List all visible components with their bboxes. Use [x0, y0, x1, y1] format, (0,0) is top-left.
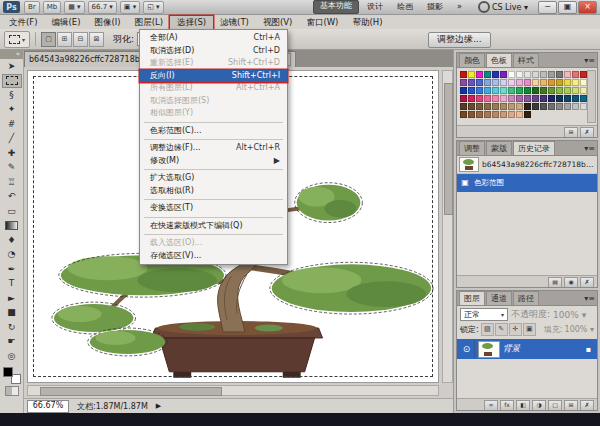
swatch-56[interactable] — [524, 95, 531, 102]
zoom-tool[interactable]: ◎ — [2, 349, 22, 364]
swatch-12[interactable] — [556, 71, 563, 78]
history-state-row[interactable]: ▣ 色彩范围 — [457, 174, 597, 192]
zoom-level-select[interactable]: 66.7 ▾ — [88, 1, 117, 14]
swatch-3[interactable] — [484, 71, 491, 78]
new-selection-button[interactable]: ▢ — [41, 32, 56, 47]
view-extras-icon[interactable]: ▦ ▾ — [64, 1, 84, 14]
screen-mode-icon[interactable]: ◱ ▾ — [143, 1, 163, 14]
swatch-48[interactable] — [460, 95, 467, 102]
swatches-tab-0[interactable]: 颜色 — [459, 53, 485, 67]
lasso-tool[interactable]: § — [2, 88, 22, 103]
select-menu-item-7[interactable]: 色彩范围(C)... — [140, 125, 287, 138]
swatch-72[interactable] — [524, 103, 531, 110]
subtract-selection-button[interactable]: ⊟ — [73, 32, 88, 47]
maximize-button[interactable]: ▣ — [558, 1, 577, 14]
swatch-16[interactable] — [460, 79, 467, 86]
cs-live-button[interactable]: CS Live ▾ — [478, 1, 528, 13]
workspace-button-2[interactable]: 绘画 — [391, 1, 419, 13]
swatch-30[interactable] — [572, 79, 579, 86]
close-button[interactable]: × — [578, 1, 597, 14]
lock-image-icon[interactable]: ✎ — [495, 323, 508, 336]
swatch-68[interactable] — [492, 103, 499, 110]
swatch-2[interactable] — [476, 71, 483, 78]
select-menu-item-6[interactable]: 相似图层(Y) — [140, 107, 287, 120]
select-menu-item-4[interactable]: 所有图层(L)Alt+Ctrl+A — [140, 82, 287, 95]
swatch-83[interactable] — [484, 111, 491, 118]
swatch-10[interactable] — [540, 71, 547, 78]
swatch-5[interactable] — [500, 71, 507, 78]
gradient-tool[interactable] — [2, 219, 22, 234]
select-menu-item-11[interactable]: 选取相似(R) — [140, 185, 287, 198]
swatch-71[interactable] — [516, 103, 523, 110]
swatch-37[interactable] — [500, 87, 507, 94]
swatch-65[interactable] — [468, 103, 475, 110]
swatch-0[interactable] — [460, 71, 467, 78]
swatch-84[interactable] — [492, 111, 499, 118]
select-menu-item-15[interactable]: 存储选区(V)... — [140, 250, 287, 263]
swatch-58[interactable] — [540, 95, 547, 102]
swatch-15[interactable] — [580, 71, 587, 78]
workspace-button-0[interactable]: 基本功能 — [313, 0, 359, 14]
swatch-7[interactable] — [516, 71, 523, 78]
swatch-61[interactable] — [564, 95, 571, 102]
swatch-11[interactable] — [548, 71, 555, 78]
swatch-22[interactable] — [508, 79, 515, 86]
menubar-item-8[interactable]: 帮助(H) — [345, 16, 389, 29]
swatch-80[interactable] — [460, 111, 467, 118]
layer-group-button[interactable]: ▢ — [548, 400, 562, 411]
swatch-42[interactable] — [540, 87, 547, 94]
swatch-73[interactable] — [532, 103, 539, 110]
select-menu-item-13[interactable]: 在快速蒙版模式下编辑(Q) — [140, 220, 287, 233]
swatch-53[interactable] — [500, 95, 507, 102]
panel-menu-icon[interactable]: ▾≡ — [584, 142, 595, 155]
swatch-79[interactable] — [580, 103, 587, 110]
new-snapshot-button[interactable]: ◉ — [564, 277, 578, 288]
swatch-13[interactable] — [564, 71, 571, 78]
swatch-59[interactable] — [548, 95, 555, 102]
swatches-tab-1[interactable]: 色板 — [486, 53, 512, 67]
select-menu-item-12[interactable]: 变换选区(T) — [140, 202, 287, 215]
new-layer-button[interactable]: ⊞ — [564, 400, 578, 411]
swatch-82[interactable] — [476, 111, 483, 118]
status-menu-arrow-icon[interactable]: ▶ — [156, 402, 161, 410]
blend-mode-select[interactable]: 正常 ▾ — [460, 308, 508, 321]
healing-brush-tool[interactable]: ✚ — [2, 146, 22, 161]
swatch-36[interactable] — [492, 87, 499, 94]
menubar-item-5[interactable]: 滤镜(T) — [213, 16, 256, 29]
panel-menu-icon[interactable]: ▾≡ — [584, 292, 595, 305]
swatch-49[interactable] — [468, 95, 475, 102]
rectangular-marquee-tool[interactable] — [2, 74, 22, 89]
swatch-75[interactable] — [548, 103, 555, 110]
swatch-45[interactable] — [564, 87, 571, 94]
swatch-21[interactable] — [500, 79, 507, 86]
swatch-87[interactable] — [516, 111, 523, 118]
swatch-27[interactable] — [548, 79, 555, 86]
crop-tool[interactable]: # — [2, 117, 22, 132]
swatch-57[interactable] — [532, 95, 539, 102]
zoom-percent-field[interactable]: 66.67% — [27, 400, 69, 413]
swatches-scrollbar[interactable] — [587, 70, 596, 123]
vertical-scroll-thumb[interactable] — [444, 83, 453, 215]
swatch-66[interactable] — [476, 103, 483, 110]
swatch-67[interactable] — [484, 103, 491, 110]
delete-state-button[interactable]: ✗ — [580, 277, 594, 288]
select-menu-item-10[interactable]: 扩大选取(G) — [140, 172, 287, 185]
select-menu-item-2[interactable]: 重新选择(E)Shift+Ctrl+D — [140, 57, 287, 70]
pen-tool[interactable]: ✒ — [2, 262, 22, 277]
swatch-1[interactable] — [468, 71, 475, 78]
swatch-38[interactable] — [508, 87, 515, 94]
path-selection-tool[interactable]: ► — [2, 291, 22, 306]
new-document-from-state-button[interactable]: ▤ — [548, 277, 562, 288]
menubar-item-4[interactable]: 选择(S) — [170, 16, 213, 29]
menubar-item-6[interactable]: 视图(V) — [256, 16, 299, 29]
swatch-6[interactable] — [508, 71, 515, 78]
history-brush-tool[interactable]: ↶ — [2, 190, 22, 205]
link-layers-button[interactable]: ∞ — [484, 400, 498, 411]
swatch-77[interactable] — [564, 103, 571, 110]
intersect-selection-button[interactable]: ⊠ — [89, 32, 104, 47]
swatch-63[interactable] — [580, 95, 587, 102]
hand-tool[interactable]: ☛ — [2, 335, 22, 350]
menubar-item-2[interactable]: 图像(I) — [88, 16, 128, 29]
swatch-69[interactable] — [500, 103, 507, 110]
swatch-78[interactable] — [572, 103, 579, 110]
